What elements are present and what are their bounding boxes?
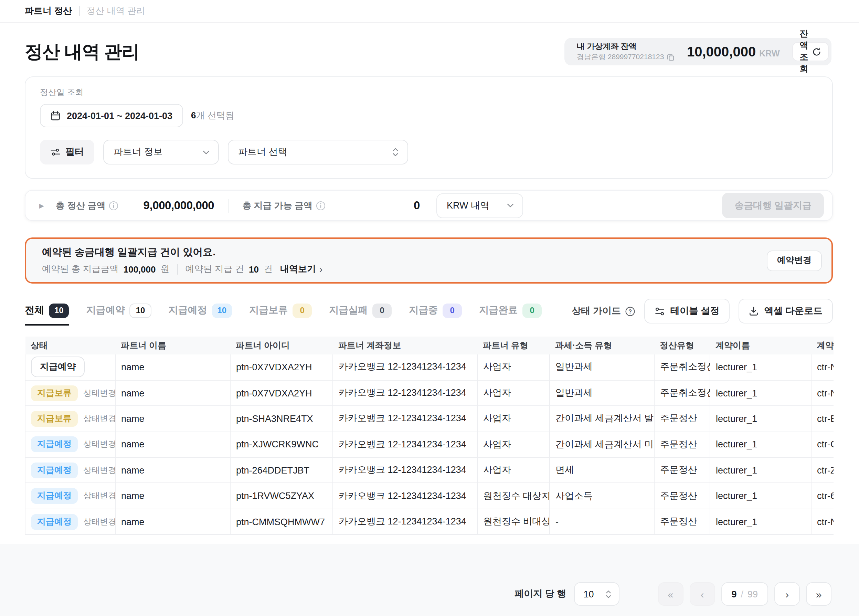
reserved-transfer-alert: 예약된 송금대행 일괄지급 건이 있어요. 예약된 총 지급금액 100,000… (25, 238, 833, 284)
alert-count-unit: 건 (264, 263, 273, 275)
status-change-button[interactable]: 상태변경⇄ (83, 516, 115, 528)
settlement-table: 상태파트너 이름파트너 아이디파트너 계좌정보파트너 유형과세·소득 유형정산유… (25, 336, 834, 535)
next-page-button[interactable]: › (774, 582, 800, 606)
status-change-button[interactable]: 상태변경⇄ (83, 490, 115, 502)
virtual-account-balance-box: 내 가상계좌 잔액 경남은행 28999770218123 10,000,000… (564, 38, 831, 66)
status-change-button[interactable]: 상태변경⇄ (83, 439, 115, 450)
status-tab-label: 지급보류 (249, 304, 288, 317)
status-tab-count-badge: 10 (130, 303, 151, 317)
reservation-change-button[interactable]: 예약변경 (767, 250, 822, 271)
partner-type-cell: 사업자 (477, 355, 550, 380)
filter-button[interactable]: 필터 (40, 140, 94, 164)
refresh-icon (812, 47, 822, 56)
status-badge: 지급예약 (31, 357, 85, 377)
balance-currency: KRW (759, 48, 779, 58)
status-badge: 지급예정 (31, 463, 78, 478)
balance-refresh-label: 잔액조회 (800, 28, 808, 75)
partner-type-cell: 사업자 (477, 380, 550, 406)
filter-card: 정산일 조회 2024-01-01 ~ 2024-01-03 6개 선택됨 (25, 77, 833, 179)
pagination: 페이지 당 행 10 « ‹ 9 / 99 › » (514, 582, 831, 606)
tax-type-cell: 간이과세 세금계산서 발행 (550, 406, 654, 432)
partner-account-cell: 카카오뱅크 12-12341234-1234 (333, 355, 477, 380)
status-change-button[interactable]: 상태변경⇄ (83, 387, 115, 399)
table-settings-button[interactable]: 테이블 설정 (644, 299, 730, 324)
table-row[interactable]: 지급예정 상태변경⇄ name ptn-1RVWC5ZYAX 카카오뱅크 12-… (25, 483, 834, 509)
partner-id-cell: ptn-0X7VDXA2YH (230, 380, 333, 406)
bottom-band: 페이지 당 행 10 « ‹ 9 / 99 › » (0, 544, 859, 616)
status-tab[interactable]: 지급중 0 (409, 303, 462, 325)
status-tab[interactable]: 지급실패 0 (329, 303, 392, 325)
total-settlement-amount: 9,000,000,000 (143, 199, 214, 212)
prev-page-button[interactable]: ‹ (689, 582, 715, 606)
column-header: 계약이름 (710, 336, 811, 355)
partner-account-cell: 카카오뱅크 12-12341234-1234 (333, 483, 477, 509)
filter-button-label: 필터 (66, 146, 84, 158)
contract-name-cell: lecturer_1 (710, 355, 811, 380)
tax-type-cell: 사업소득 (550, 483, 654, 509)
status-tab[interactable]: 지급보류 0 (249, 303, 312, 325)
info-icon[interactable] (316, 201, 326, 210)
partner-type-cell: 원천징수 비대상자 (477, 509, 550, 535)
tax-type-cell: 간이과세 세금계산서 미발행 (550, 432, 654, 457)
currency-history-dropdown[interactable]: KRW 내역 (436, 193, 523, 218)
column-header: 파트너 아이디 (230, 336, 333, 355)
partner-id-cell: ptn-264DDETJBT (230, 457, 333, 483)
table-row[interactable]: 지급예약 ⇄ name ptn-0X7VDXA2YH 카카오뱅크 12-1234… (25, 355, 834, 380)
status-tab[interactable]: 지급예약 10 (86, 303, 151, 325)
bulk-transfer-button[interactable]: 송금대행 일괄지급 (722, 193, 824, 218)
table-row[interactable]: 지급보류 상태변경⇄ name ptn-0X7VDXA2YH 카카오뱅크 12-… (25, 380, 834, 406)
breadcrumb-section[interactable]: 파트너 정산 (25, 5, 72, 17)
partner-name-cell: name (115, 509, 230, 535)
excel-download-button[interactable]: 엑셀 다운로드 (739, 299, 833, 324)
settlement-type-cell: 주문정산 (654, 457, 710, 483)
status-guide[interactable]: 상태 가이드 ? (572, 305, 635, 317)
alert-subtitle: 예약된 총 지급금액 100,000 원 예약된 지급 건 10 건 내역보기 … (42, 263, 767, 275)
partner-select-dropdown-value: 파트너 선택 (238, 146, 287, 158)
status-tabs: 전체 10 지급예약 10 지급예정 10 지급보류 0 지급실패 0 지급중 … (25, 303, 542, 325)
total-payable-label: 총 지급 가능 금액 (242, 199, 326, 212)
partner-account-cell: 카카오뱅크 12-12341234-1234 (333, 380, 477, 406)
partner-name-cell: name (115, 380, 230, 406)
contract-name-cell: lecturer_1 (710, 380, 811, 406)
table-row[interactable]: 지급예정 상태변경⇄ name ptn-XJWCRK9WNC 카카오뱅크 12-… (25, 432, 834, 457)
status-tab[interactable]: 지급예정 10 (168, 303, 232, 325)
expand-triangle-icon[interactable]: ▶ (39, 202, 49, 209)
partner-select-dropdown[interactable]: 파트너 선택 (228, 140, 408, 164)
rows-per-page-select[interactable]: 10 (574, 582, 619, 606)
table-row[interactable]: 지급보류 상태변경⇄ name ptn-SHA3NRE4TX 카카오뱅크 12-… (25, 406, 834, 432)
column-header: 과세·소득 유형 (550, 336, 654, 355)
settlement-type-cell: 주문정산 (654, 483, 710, 509)
partner-name-cell: name (115, 432, 230, 457)
settlement-history-page: 파트너 정산 정산 내역 관리 정산 내역 관리 내 가상계좌 잔액 경남은행 … (0, 0, 859, 616)
breadcrumb-current: 정산 내역 관리 (86, 5, 145, 17)
partner-type-cell: 사업자 (477, 406, 550, 432)
status-change-button[interactable]: 상태변경⇄ (83, 413, 115, 425)
balance-account-number: 경남은행 28999770218123 (577, 52, 664, 62)
view-details-link[interactable]: 내역보기 › (280, 263, 322, 275)
balance-account: 경남은행 28999770218123 (577, 52, 680, 62)
table-row[interactable]: 지급예정 상태변경⇄ name ptn-264DDETJBT 카카오뱅크 12-… (25, 457, 834, 483)
status-tab-count-badge: 10 (212, 303, 232, 317)
status-tab[interactable]: 지급완료 0 (479, 303, 542, 325)
contract-id-cell: ctr-C (811, 432, 834, 457)
first-page-button[interactable]: « (658, 582, 683, 606)
info-icon[interactable] (109, 201, 119, 210)
date-range-picker[interactable]: 2024-01-01 ~ 2024-01-03 (40, 104, 183, 127)
settlement-type-cell: 주문정산 (654, 432, 710, 457)
table-settings-label: 테이블 설정 (670, 305, 720, 317)
partner-account-cell: 카카오뱅크 12-12341234-1234 (333, 406, 477, 432)
alert-amount: 100,000 (123, 264, 156, 274)
contract-id-cell: ctr-N (811, 380, 834, 406)
status-change-button[interactable]: 상태변경⇄ (83, 464, 115, 476)
page-number-box[interactable]: 9 / 99 (721, 582, 768, 606)
settlement-type-cell: 주문정산 (654, 509, 710, 535)
table-row[interactable]: 지급예정 상태변경⇄ name ptn-CMMSQHMWW7 카카오뱅크 12-… (25, 509, 834, 535)
status-tab-label: 지급실패 (329, 304, 367, 317)
partner-info-dropdown[interactable]: 파트너 정보 (103, 140, 219, 164)
copy-icon[interactable] (667, 53, 674, 61)
alert-title: 예약된 송금대행 일괄지급 건이 있어요. (42, 246, 767, 259)
partner-account-cell: 카카오뱅크 12-12341234-1234 (333, 509, 477, 535)
last-page-button[interactable]: » (806, 582, 831, 606)
status-tab[interactable]: 전체 10 (25, 303, 69, 325)
balance-refresh-button[interactable]: 잔액조회 (792, 42, 829, 61)
